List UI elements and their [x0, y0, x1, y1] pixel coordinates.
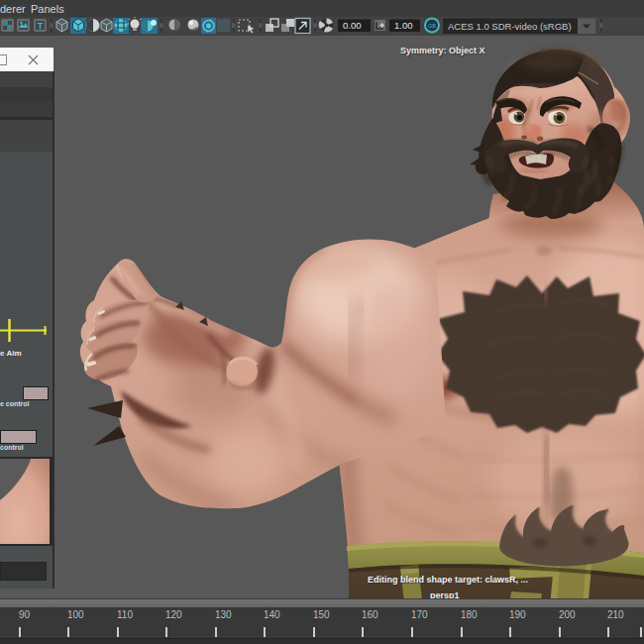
svg-text:ACES 1.0 SDR-video (sRGB): ACES 1.0 SDR-video (sRGB) [448, 21, 572, 32]
svg-text:1.00: 1.00 [394, 20, 413, 31]
svg-text:0.00: 0.00 [343, 20, 362, 31]
svg-text:GB: GB [428, 23, 436, 29]
svg-text:T: T [38, 21, 44, 31]
